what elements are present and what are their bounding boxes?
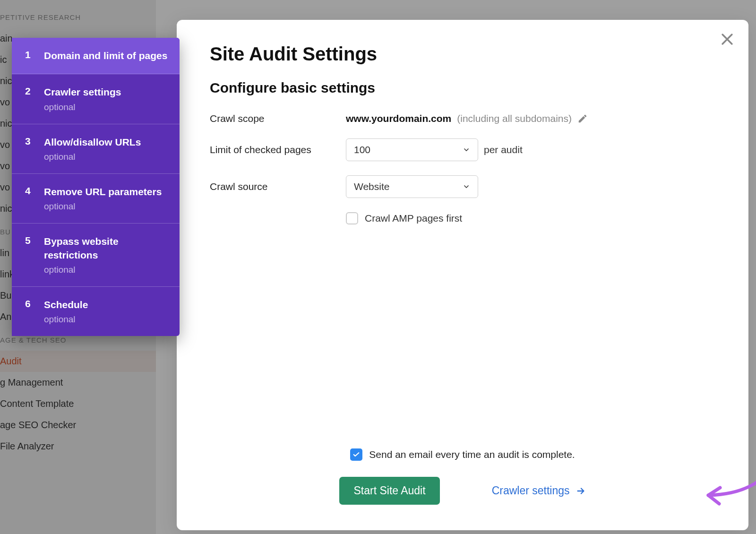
email-notify-row[interactable]: Send an email every time an audit is com… (350, 448, 575, 461)
modal-footer: Send an email every time an audit is com… (210, 448, 715, 505)
wizard-step-schedule[interactable]: 6 Schedule optional (12, 287, 180, 336)
pencil-icon (577, 113, 588, 124)
limit-pages-label: Limit of checked pages (210, 144, 346, 155)
crawl-amp-checkbox[interactable] (346, 212, 358, 224)
wizard-step-number: 3 (25, 136, 34, 162)
crawler-settings-label: Crawler settings (492, 484, 570, 497)
crawl-source-label: Crawl source (210, 181, 346, 192)
crawl-source-value: Website (354, 181, 389, 192)
limit-pages-select[interactable]: 100 (346, 138, 478, 161)
email-notify-checkbox[interactable] (350, 448, 362, 461)
wizard-step-optional: optional (44, 152, 170, 162)
wizard-step-title: Remove URL parameters (44, 185, 170, 198)
wizard-step-optional: optional (44, 265, 170, 275)
modal-subtitle: Configure basic settings (210, 80, 715, 96)
email-notify-label: Send an email every time an audit is com… (369, 449, 575, 460)
close-icon (719, 31, 735, 47)
wizard-step-optional: optional (44, 201, 170, 212)
crawl-scope-note: (including all subdomains) (457, 113, 572, 124)
settings-wizard-steps: 1 Domain and limit of pages 2 Crawler se… (12, 38, 180, 336)
crawl-source-select[interactable]: Website (346, 175, 478, 198)
wizard-step-domain-limit[interactable]: 1 Domain and limit of pages (12, 38, 180, 74)
arrow-right-icon (576, 486, 586, 496)
edit-scope-button[interactable] (577, 113, 588, 124)
wizard-step-crawler-settings[interactable]: 2 Crawler settings optional (12, 74, 180, 124)
site-audit-settings-modal: Site Audit Settings Configure basic sett… (177, 20, 748, 530)
chevron-down-icon (463, 146, 470, 154)
limit-pages-row: Limit of checked pages 100 per audit (210, 138, 715, 161)
close-button[interactable] (719, 31, 735, 47)
wizard-step-title: Bypass website restrictions (44, 235, 170, 262)
wizard-step-allow-disallow[interactable]: 3 Allow/disallow URLs optional (12, 124, 180, 174)
crawl-scope-row: Crawl scope www.yourdomain.com (includin… (210, 113, 715, 124)
wizard-step-optional: optional (44, 314, 170, 325)
check-icon (352, 450, 361, 459)
wizard-step-number: 2 (25, 86, 34, 112)
chevron-down-icon (463, 183, 470, 190)
crawl-amp-row[interactable]: Crawl AMP pages first (346, 212, 715, 224)
wizard-step-optional: optional (44, 102, 170, 112)
wizard-step-title: Crawler settings (44, 86, 170, 99)
crawl-source-row: Crawl source Website (210, 175, 715, 198)
wizard-step-title: Domain and limit of pages (44, 49, 170, 62)
limit-pages-value: 100 (354, 144, 370, 155)
wizard-step-bypass-restrictions[interactable]: 5 Bypass website restrictions optional (12, 224, 180, 287)
wizard-step-number: 6 (25, 298, 34, 325)
wizard-step-number: 1 (25, 49, 34, 62)
modal-title: Site Audit Settings (210, 43, 715, 65)
modal-action-row: Start Site Audit Crawler settings (339, 477, 585, 505)
start-site-audit-button[interactable]: Start Site Audit (339, 477, 439, 505)
crawler-settings-link[interactable]: Crawler settings (492, 484, 586, 497)
wizard-step-title: Allow/disallow URLs (44, 136, 170, 149)
crawl-amp-label: Crawl AMP pages first (365, 213, 462, 224)
wizard-step-number: 4 (25, 185, 34, 212)
wizard-step-title: Schedule (44, 298, 170, 311)
wizard-step-number: 5 (25, 235, 34, 275)
crawl-scope-label: Crawl scope (210, 113, 346, 124)
wizard-step-remove-url-params[interactable]: 4 Remove URL parameters optional (12, 174, 180, 224)
per-audit-label: per audit (484, 144, 523, 155)
crawl-scope-domain: www.yourdomain.com (346, 113, 451, 124)
